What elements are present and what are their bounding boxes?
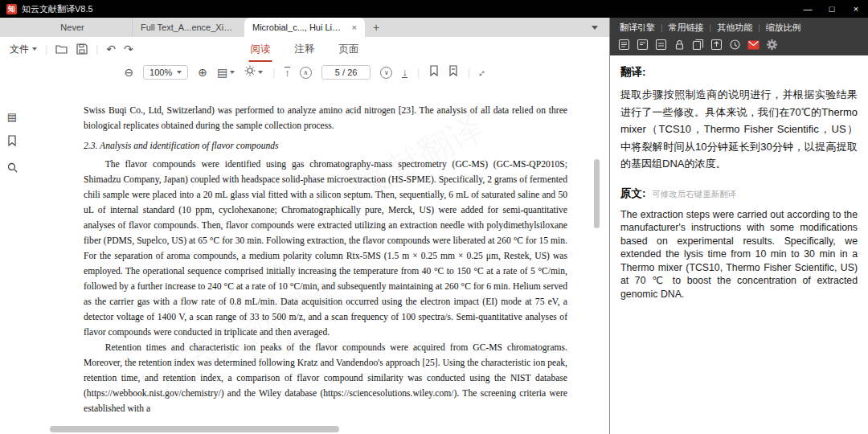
chevron-down-icon	[258, 71, 263, 74]
zoom-out-icon[interactable]: ⊖	[124, 66, 133, 79]
pdf-paragraph: Swiss Buqi Co., Ltd, Switzerland) was pe…	[84, 103, 567, 133]
bookmark-add-icon[interactable]	[448, 65, 458, 80]
word-mode-icon[interactable]	[655, 39, 667, 51]
titlebar: 知 知云文献翻译V8.5 — □ ×	[0, 0, 868, 18]
horizontal-scrollbar[interactable]	[0, 426, 609, 432]
pdf-paragraph: The flavor compounds were identified usi…	[84, 157, 567, 340]
zoom-in-icon[interactable]: ⊕	[198, 66, 207, 79]
download-icon[interactable]: ↓	[402, 67, 407, 78]
vertical-scrollbar[interactable]	[594, 101, 600, 424]
reader-pane: Never Full Text_A...ence_Xinhua Microbia…	[0, 18, 609, 434]
go-top-icon[interactable]: ↑	[285, 67, 290, 78]
translation-panel: 翻译引擎 | 常用链接 | 其他功能 | 缩放比例	[609, 18, 868, 434]
pdf-viewport[interactable]: 知云文献翻译 知云文献翻译 Swiss Buqi Co., Ltd, Switz…	[24, 101, 609, 424]
brightness-icon	[244, 65, 256, 80]
original-label-text: 原文:	[620, 187, 646, 199]
tab-list-chevron-icon[interactable]	[592, 26, 598, 30]
page-layout-dropdown[interactable]: ▤	[217, 66, 235, 79]
file-menu-label: 文件	[10, 43, 29, 56]
panel-icon-row	[615, 35, 863, 51]
menu-common-links[interactable]: 常用链接	[664, 20, 709, 35]
toolbar-separator: |	[417, 67, 420, 78]
horizontal-scrollbar-thumb[interactable]	[50, 426, 339, 432]
tab-annotate[interactable]: 注释	[293, 43, 317, 56]
pdf-paragraph: Retention times and characteristic ion p…	[84, 340, 567, 416]
file-menu[interactable]: 文件	[10, 43, 37, 56]
tab-fulltext[interactable]: Full Text_A...ence_Xinhua	[132, 18, 244, 37]
translation-panel-header: 翻译引擎 | 常用链接 | 其他功能 | 缩放比例	[610, 18, 868, 55]
undo-icon[interactable]: ↶	[106, 43, 116, 55]
tab-never[interactable]: Never	[13, 18, 132, 37]
original-label: 原文: 可修改后右键重新翻译	[620, 186, 858, 201]
translation-panel-body: 翻译: 提取步骤按照制造商的说明进行，并根据实验结果进行了一些修改。具体来说，我…	[610, 55, 868, 434]
open-folder-icon[interactable]	[55, 43, 68, 55]
bookmark-icon[interactable]	[429, 65, 439, 80]
menu-zoom-ratio[interactable]: 缩放比例	[761, 20, 806, 35]
prev-page-icon[interactable]: ∧	[300, 67, 312, 79]
tab-label: Full Text_A...ence_Xinhua	[141, 23, 236, 32]
search-icon[interactable]	[7, 162, 18, 176]
thumbnails-icon[interactable]: ▤	[7, 111, 17, 123]
tab-label: Never	[60, 23, 84, 32]
chevron-down-icon	[177, 71, 182, 74]
titlebar-left: 知 知云文献翻译V8.5	[0, 3, 796, 15]
sentence-mode-icon[interactable]	[637, 39, 649, 51]
app-window: 知 知云文献翻译V8.5 — □ × Never Full Text_A...e…	[0, 0, 868, 434]
tab-label: Microbial_c..., Hui Liao *	[252, 23, 346, 32]
tab-close-icon[interactable]: ×	[352, 23, 357, 32]
zoom-level-value: 100%	[149, 68, 172, 77]
tab-microbial-active[interactable]: Microbial_c..., Hui Liao * ×	[244, 18, 365, 37]
fullscreen-expand-icon[interactable]: ↕	[477, 66, 489, 78]
main-toolbar: 文件 | | ↶ ↷ 阅读 注释 页面	[0, 37, 609, 61]
original-hint: 可修改后右键重新翻译	[652, 189, 736, 199]
save-icon[interactable]	[76, 43, 88, 55]
menu-separator: |	[710, 23, 712, 32]
chevron-down-icon	[230, 71, 235, 74]
mail-icon[interactable]	[747, 39, 760, 51]
menu-separator: |	[661, 23, 663, 32]
lock-icon[interactable]	[674, 39, 686, 51]
export-icon[interactable]	[710, 39, 723, 51]
original-text[interactable]: The extraction steps were carried out ac…	[620, 208, 858, 301]
history-icon[interactable]	[729, 39, 741, 51]
pdf-section-heading: 2.3. Analysis and identification of flav…	[84, 138, 567, 154]
toolbar-separator: |	[272, 67, 275, 78]
bookmarks-panel-icon[interactable]	[7, 135, 17, 149]
maximize-button[interactable]: □	[820, 0, 844, 18]
panel-menu: 翻译引擎 | 常用链接 | 其他功能 | 缩放比例	[615, 20, 863, 35]
menu-separator: |	[758, 23, 760, 32]
minimize-button[interactable]: —	[796, 0, 820, 18]
redo-icon[interactable]: ↷	[124, 43, 133, 55]
menu-translation-engine[interactable]: 翻译引擎	[615, 20, 660, 35]
toolbar-separator: |	[468, 67, 470, 78]
zoom-level-dropdown[interactable]: 100%	[143, 65, 188, 80]
app-title: 知云文献翻译V8.5	[22, 3, 93, 15]
new-tab-button[interactable]: +	[365, 18, 387, 37]
translation-text[interactable]: 提取步骤按照制造商的说明进行，并根据实验结果进行了一些修改。具体来说，我们在70…	[620, 86, 858, 173]
close-button[interactable]: ×	[844, 0, 868, 18]
document-tabbar: Never Full Text_A...ence_Xinhua Microbia…	[0, 18, 609, 37]
sidebar-iconstrip: ▤	[0, 101, 24, 424]
tab-read[interactable]: 阅读	[249, 43, 272, 56]
toolbar-separator: |	[96, 43, 98, 55]
chevron-down-icon	[32, 47, 37, 51]
paragraph-mode-icon[interactable]	[618, 39, 630, 51]
page-layout-icon: ▤	[217, 66, 227, 79]
next-page-icon[interactable]: ∨	[380, 67, 392, 79]
translation-label: 翻译:	[620, 65, 858, 80]
copy-text-icon[interactable]	[692, 39, 704, 51]
vertical-scrollbar-thumb[interactable]	[594, 159, 600, 228]
page-toolbar: ⊖ 100% ⊕ ▤ | ↑ ∧ 5 / 26 ∨ ↓ |	[0, 61, 609, 84]
tab-page[interactable]: 页面	[338, 43, 361, 56]
toolbar-separator: |	[45, 43, 47, 55]
pdf-page-text: Swiss Buqi Co., Ltd, Switzerland) was pe…	[84, 103, 567, 416]
menu-other-functions[interactable]: 其他功能	[712, 20, 757, 35]
page-indicator[interactable]: 5 / 26	[321, 65, 371, 80]
window-controls: — □ ×	[796, 0, 868, 18]
content-area: ▤ 知云文献翻译 知云文献翻译 Swiss Buqi Co., Ltd, Swi…	[0, 101, 609, 424]
gear-icon[interactable]	[766, 39, 778, 51]
brightness-dropdown[interactable]	[244, 65, 263, 80]
view-mode-tabs: 阅读 注释 页面	[249, 37, 361, 61]
app-logo-icon: 知	[6, 4, 17, 14]
